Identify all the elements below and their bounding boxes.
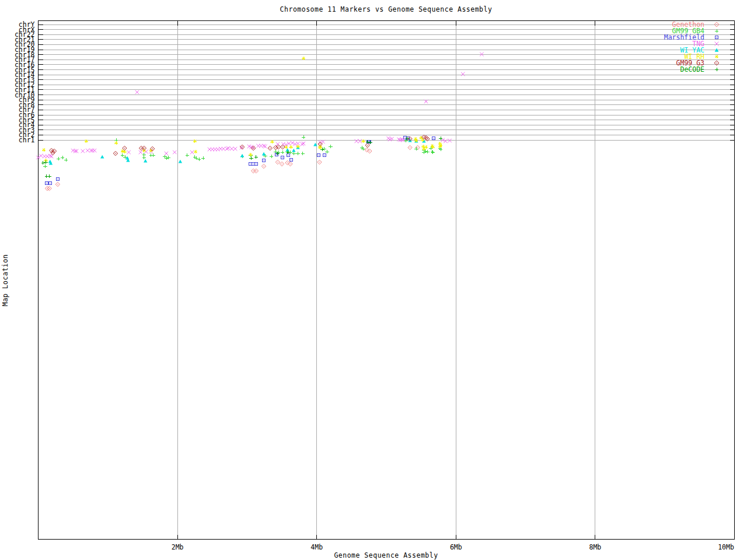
marker — [292, 152, 295, 155]
marker — [46, 155, 49, 158]
marker — [57, 157, 60, 160]
series-marshfield — [45, 136, 435, 185]
marker — [296, 145, 299, 148]
series-wi-rh — [42, 57, 442, 162]
x-tick-label: 6Mb — [450, 543, 462, 551]
series-genethon — [45, 145, 420, 190]
marker — [86, 149, 89, 152]
marker — [431, 150, 434, 153]
marker — [301, 152, 305, 155]
series-tng — [36, 52, 483, 159]
marker — [275, 160, 280, 164]
x-tick-label: 4Mb — [310, 543, 323, 551]
marker — [262, 144, 266, 148]
marker — [323, 147, 326, 150]
marker — [368, 141, 372, 144]
y-tick-label: chr1 — [19, 136, 35, 144]
marker — [216, 148, 219, 151]
marker — [139, 146, 143, 150]
marker — [281, 156, 284, 159]
marker — [431, 150, 435, 154]
marker — [173, 150, 176, 154]
marker — [201, 156, 205, 160]
marker — [55, 182, 60, 186]
marker — [193, 139, 197, 143]
legend-marker-icon — [715, 48, 719, 52]
legend-marker-icon — [715, 42, 719, 46]
marker — [270, 140, 274, 144]
marker — [281, 145, 285, 149]
x-tick-label: 8Mb — [589, 543, 602, 551]
data-points — [36, 52, 483, 191]
legend-marker-icon — [715, 55, 719, 59]
series-wi-yac — [48, 139, 426, 165]
marker — [289, 145, 292, 149]
marker — [61, 156, 64, 159]
marker — [151, 153, 155, 157]
marker — [249, 156, 253, 160]
marker — [268, 146, 272, 150]
marker — [249, 153, 252, 156]
marker — [424, 100, 428, 103]
marker — [230, 147, 233, 150]
marker — [194, 150, 197, 153]
marker — [48, 154, 52, 158]
marker — [254, 169, 258, 173]
marker — [296, 152, 299, 155]
marker — [186, 153, 189, 157]
marker — [100, 155, 104, 159]
marker — [42, 148, 46, 152]
marker — [113, 151, 117, 155]
marker — [361, 139, 365, 143]
marker — [85, 139, 88, 143]
marker — [400, 138, 403, 141]
y-axis-title: Map Location — [1, 251, 9, 309]
chart-title: Chromosome 11 Markers vs Genome Sequence… — [38, 5, 734, 13]
marker — [287, 154, 289, 157]
marker — [408, 145, 412, 149]
x-tick-label: 10Mb — [718, 543, 734, 551]
marker — [425, 150, 429, 153]
marker — [47, 174, 51, 178]
marker — [329, 145, 332, 148]
marker — [270, 155, 273, 158]
marker — [166, 156, 170, 159]
marker — [292, 149, 295, 152]
marker — [135, 90, 139, 94]
marker — [480, 52, 483, 56]
marker — [432, 137, 435, 140]
marker — [165, 152, 168, 155]
marker — [289, 159, 292, 162]
marker — [251, 169, 255, 173]
marker — [254, 163, 257, 166]
marker — [121, 153, 124, 157]
marker — [252, 163, 255, 166]
marker — [323, 154, 326, 157]
marker — [123, 146, 127, 150]
marker — [448, 139, 451, 142]
x-axis-title: Genome Sequence Assembly — [38, 551, 734, 559]
marker — [317, 154, 320, 157]
marker — [56, 178, 59, 181]
legend-marker-icon — [715, 36, 718, 39]
marker — [281, 150, 284, 154]
marker — [43, 164, 47, 168]
marker — [262, 152, 266, 156]
marker — [249, 163, 252, 166]
marker — [431, 145, 435, 149]
marker — [64, 158, 68, 162]
marker — [222, 147, 225, 150]
gridlines — [39, 21, 735, 540]
marker — [48, 182, 51, 185]
marker — [365, 143, 369, 147]
marker — [424, 145, 428, 149]
marker — [261, 164, 266, 168]
marker — [300, 142, 303, 146]
marker — [93, 149, 96, 152]
marker — [45, 182, 48, 185]
chart-page: chrYchrXchr22chr21chr20chr19chr18chr17ch… — [0, 0, 747, 560]
marker — [263, 145, 267, 148]
marker — [280, 162, 284, 166]
plot-border — [39, 21, 735, 540]
legend-label: DeCODE — [680, 65, 704, 74]
